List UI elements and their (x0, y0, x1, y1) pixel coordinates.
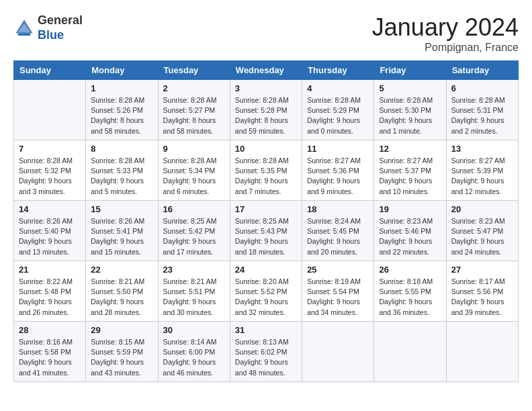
cell-date: 14 (19, 204, 81, 214)
cell-info: Sunrise: 8:23 AMSunset: 5:47 PMDaylight:… (451, 216, 513, 257)
header-row: Sunday Monday Tuesday Wednesday Thursday… (14, 61, 519, 80)
cell-date: 21 (19, 265, 81, 275)
cell-info: Sunrise: 8:14 AMSunset: 6:00 PMDaylight:… (163, 337, 225, 378)
cell-info: Sunrise: 8:18 AMSunset: 5:55 PMDaylight:… (379, 277, 441, 318)
cell-info: Sunrise: 8:15 AMSunset: 5:59 PMDaylight:… (91, 337, 152, 378)
cell-date: 3 (235, 83, 297, 93)
table-row: 21Sunrise: 8:22 AMSunset: 5:48 PMDayligh… (14, 261, 519, 322)
calendar-cell: 12Sunrise: 8:27 AMSunset: 5:37 PMDayligh… (374, 140, 446, 201)
cell-info: Sunrise: 8:28 AMSunset: 5:28 PMDaylight:… (235, 95, 297, 136)
calendar-cell: 1Sunrise: 8:28 AMSunset: 5:26 PMDaylight… (86, 80, 158, 140)
calendar-cell: 17Sunrise: 8:25 AMSunset: 5:43 PMDayligh… (230, 201, 302, 261)
cell-date: 17 (235, 204, 297, 214)
cell-date: 10 (235, 144, 297, 154)
cell-info: Sunrise: 8:27 AMSunset: 5:36 PMDaylight:… (307, 156, 369, 197)
calendar-body: 1Sunrise: 8:28 AMSunset: 5:26 PMDaylight… (14, 80, 519, 382)
calendar-cell: 3Sunrise: 8:28 AMSunset: 5:28 PMDaylight… (230, 80, 302, 140)
cell-date: 26 (379, 265, 441, 275)
cell-info: Sunrise: 8:26 AMSunset: 5:40 PMDaylight:… (19, 216, 81, 257)
cell-date: 12 (379, 144, 441, 154)
cell-info: Sunrise: 8:28 AMSunset: 5:26 PMDaylight:… (91, 95, 152, 136)
cell-date: 25 (307, 265, 369, 275)
cell-date: 9 (163, 144, 225, 154)
cell-info: Sunrise: 8:21 AMSunset: 5:50 PMDaylight:… (91, 277, 152, 318)
cell-info: Sunrise: 8:28 AMSunset: 5:33 PMDaylight:… (91, 156, 152, 197)
cell-date: 5 (379, 83, 441, 93)
calendar-cell: 18Sunrise: 8:24 AMSunset: 5:45 PMDayligh… (302, 201, 374, 261)
cell-date: 18 (307, 204, 369, 214)
cell-date: 31 (235, 325, 297, 335)
col-saturday: Saturday (446, 61, 518, 80)
cell-date: 4 (307, 83, 369, 93)
cell-date: 19 (379, 204, 441, 214)
calendar-cell: 4Sunrise: 8:28 AMSunset: 5:29 PMDaylight… (302, 80, 374, 140)
cell-info: Sunrise: 8:21 AMSunset: 5:51 PMDaylight:… (163, 277, 225, 318)
cell-info: Sunrise: 8:19 AMSunset: 5:54 PMDaylight:… (307, 277, 369, 318)
cell-info: Sunrise: 8:28 AMSunset: 5:32 PMDaylight:… (19, 156, 81, 197)
cell-info: Sunrise: 8:28 AMSunset: 5:29 PMDaylight:… (307, 95, 369, 136)
cell-date: 22 (91, 265, 152, 275)
calendar-cell: 26Sunrise: 8:18 AMSunset: 5:55 PMDayligh… (374, 261, 446, 322)
calendar-cell: 8Sunrise: 8:28 AMSunset: 5:33 PMDaylight… (86, 140, 158, 201)
table-row: 14Sunrise: 8:26 AMSunset: 5:40 PMDayligh… (14, 201, 519, 261)
cell-date: 8 (91, 144, 152, 154)
calendar-cell: 19Sunrise: 8:23 AMSunset: 5:46 PMDayligh… (374, 201, 446, 261)
table-row: 7Sunrise: 8:28 AMSunset: 5:32 PMDaylight… (14, 140, 519, 201)
cell-info: Sunrise: 8:13 AMSunset: 6:02 PMDaylight:… (235, 337, 297, 378)
calendar-cell: 25Sunrise: 8:19 AMSunset: 5:54 PMDayligh… (302, 261, 374, 322)
cell-date: 30 (163, 325, 225, 335)
header: General Blue January 2024 Pompignan, Fra… (13, 13, 519, 54)
calendar-cell: 29Sunrise: 8:15 AMSunset: 5:59 PMDayligh… (86, 322, 158, 382)
cell-date: 16 (163, 204, 225, 214)
calendar-cell: 30Sunrise: 8:14 AMSunset: 6:00 PMDayligh… (158, 322, 230, 382)
cell-date: 2 (163, 83, 225, 93)
cell-date: 28 (19, 325, 81, 335)
calendar-cell: 2Sunrise: 8:28 AMSunset: 5:27 PMDaylight… (158, 80, 230, 140)
cell-date: 15 (91, 204, 152, 214)
cell-date: 23 (163, 265, 225, 275)
cell-info: Sunrise: 8:27 AMSunset: 5:39 PMDaylight:… (451, 156, 513, 197)
calendar-cell (14, 80, 86, 140)
col-tuesday: Tuesday (158, 61, 230, 80)
calendar-cell: 14Sunrise: 8:26 AMSunset: 5:40 PMDayligh… (14, 201, 86, 261)
cell-date: 13 (451, 144, 513, 154)
cell-info: Sunrise: 8:27 AMSunset: 5:37 PMDaylight:… (379, 156, 441, 197)
calendar-cell: 27Sunrise: 8:17 AMSunset: 5:56 PMDayligh… (446, 261, 518, 322)
calendar-cell (374, 322, 446, 382)
title-block: January 2024 Pompignan, France (372, 13, 519, 54)
calendar-cell: 6Sunrise: 8:28 AMSunset: 5:31 PMDaylight… (446, 80, 518, 140)
cell-info: Sunrise: 8:22 AMSunset: 5:48 PMDaylight:… (19, 277, 81, 318)
calendar-cell: 9Sunrise: 8:28 AMSunset: 5:34 PMDaylight… (158, 140, 230, 201)
calendar-cell: 16Sunrise: 8:25 AMSunset: 5:42 PMDayligh… (158, 201, 230, 261)
calendar-cell: 15Sunrise: 8:26 AMSunset: 5:41 PMDayligh… (86, 201, 158, 261)
col-friday: Friday (374, 61, 446, 80)
calendar-page: General Blue January 2024 Pompignan, Fra… (0, 0, 532, 396)
calendar-cell: 11Sunrise: 8:27 AMSunset: 5:36 PMDayligh… (302, 140, 374, 201)
calendar-cell: 22Sunrise: 8:21 AMSunset: 5:50 PMDayligh… (86, 261, 158, 322)
calendar-cell: 24Sunrise: 8:20 AMSunset: 5:52 PMDayligh… (230, 261, 302, 322)
logo-general: General (38, 13, 83, 27)
cell-info: Sunrise: 8:28 AMSunset: 5:30 PMDaylight:… (379, 95, 441, 136)
cell-info: Sunrise: 8:25 AMSunset: 5:42 PMDaylight:… (163, 216, 225, 257)
cell-info: Sunrise: 8:26 AMSunset: 5:41 PMDaylight:… (91, 216, 152, 257)
logo-icon (13, 17, 35, 39)
cell-info: Sunrise: 8:17 AMSunset: 5:56 PMDaylight:… (451, 277, 513, 318)
cell-info: Sunrise: 8:24 AMSunset: 5:45 PMDaylight:… (307, 216, 369, 257)
location-title: Pompignan, France (372, 42, 519, 54)
cell-date: 11 (307, 144, 369, 154)
calendar-cell (302, 322, 374, 382)
cell-info: Sunrise: 8:16 AMSunset: 5:58 PMDaylight:… (19, 337, 81, 378)
calendar-table: Sunday Monday Tuesday Wednesday Thursday… (13, 60, 519, 382)
col-monday: Monday (86, 61, 158, 80)
calendar-cell: 23Sunrise: 8:21 AMSunset: 5:51 PMDayligh… (158, 261, 230, 322)
cell-info: Sunrise: 8:23 AMSunset: 5:46 PMDaylight:… (379, 216, 441, 257)
cell-date: 27 (451, 265, 513, 275)
cell-info: Sunrise: 8:28 AMSunset: 5:27 PMDaylight:… (163, 95, 225, 136)
cell-info: Sunrise: 8:28 AMSunset: 5:35 PMDaylight:… (235, 156, 297, 197)
cell-date: 7 (19, 144, 81, 154)
month-title: January 2024 (372, 13, 519, 42)
logo-text: General Blue (38, 13, 83, 42)
cell-date: 1 (91, 83, 152, 93)
logo-blue-text: Blue (38, 28, 64, 42)
col-sunday: Sunday (14, 61, 86, 80)
